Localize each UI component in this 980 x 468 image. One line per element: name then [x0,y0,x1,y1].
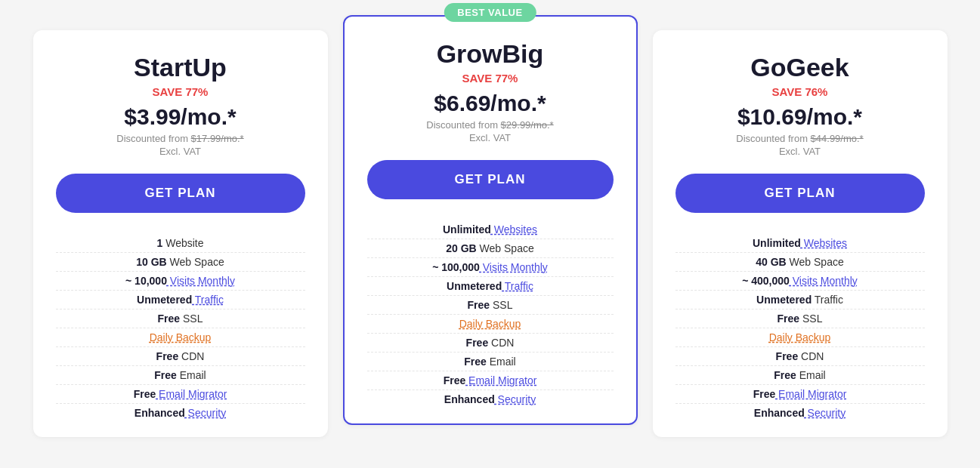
plan-vat-startup: Excl. VAT [56,146,305,157]
get-plan-button-growbig[interactable]: GET PLAN [367,160,614,199]
feature-item: Free CDN [367,334,614,353]
plan-original-startup: Discounted from $17.99/mo.* [56,133,305,144]
feature-item: 1 Website [56,234,305,253]
features-list-growbig: Unlimited Websites20 GB Web Space~ 100,0… [367,220,614,408]
get-plan-button-startup[interactable]: GET PLAN [56,174,305,213]
plan-card-gogeek: GoGeekSAVE 76%$10.69/mo.*Discounted from… [653,30,948,437]
feature-item: Free SSL [367,296,614,315]
feature-item: Unlimited Websites [675,234,925,253]
feature-item: Unlimited Websites [367,220,614,239]
feature-item: Free CDN [56,347,305,366]
feature-item: Free Email Migrator [56,385,305,404]
feature-item: Enhanced Security [367,390,614,408]
plan-name-growbig: GrowBig [367,39,614,69]
feature-item: Free CDN [675,347,925,366]
feature-item: Free SSL [675,309,925,328]
best-value-badge: BEST VALUE [444,3,536,22]
feature-item: Daily Backup [675,328,925,347]
feature-item: Free Email [675,366,925,385]
get-plan-button-gogeek[interactable]: GET PLAN [675,174,925,213]
feature-item: ~ 400,000 Visits Monthly [675,272,925,291]
feature-item: Daily Backup [56,328,305,347]
plan-vat-gogeek: Excl. VAT [675,146,925,157]
feature-item: Free Email Migrator [367,371,614,390]
plan-vat-growbig: Excl. VAT [367,132,614,143]
feature-item: Unmetered Traffic [56,291,305,309]
feature-item: Unmetered Traffic [675,291,925,309]
feature-item: Free SSL [56,309,305,328]
plan-price-growbig: $6.69/mo.* [367,91,614,116]
plan-name-gogeek: GoGeek [675,53,925,82]
features-list-gogeek: Unlimited Websites40 GB Web Space~ 400,0… [675,234,925,422]
plan-card-startup: StartUpSAVE 77%$3.99/mo.*Discounted from… [33,30,328,437]
plan-price-startup: $3.99/mo.* [56,104,305,130]
plan-card-growbig: BEST VALUEGrowBigSAVE 77%$6.69/mo.*Disco… [343,15,638,425]
feature-item: Enhanced Security [56,404,305,422]
plans-container: StartUpSAVE 77%$3.99/mo.*Discounted from… [8,15,972,445]
plan-name-startup: StartUp [56,53,305,82]
feature-item: Free Email [367,353,614,371]
feature-item: Unmetered Traffic [367,277,614,296]
feature-item: 40 GB Web Space [675,253,925,272]
feature-item: Enhanced Security [675,404,925,422]
features-list-startup: 1 Website10 GB Web Space~ 10,000 Visits … [56,234,305,422]
plan-original-growbig: Discounted from $29.99/mo.* [367,119,614,131]
plan-price-gogeek: $10.69/mo.* [675,104,925,130]
feature-item: ~ 100,000 Visits Monthly [367,258,614,277]
plan-save-startup: SAVE 77% [56,85,305,98]
plan-save-growbig: SAVE 77% [367,72,614,85]
feature-item: 20 GB Web Space [367,239,614,258]
plan-original-gogeek: Discounted from $44.99/mo.* [675,133,925,144]
feature-item: Free Email [56,366,305,385]
feature-item: Free Email Migrator [675,385,925,404]
feature-item: ~ 10,000 Visits Monthly [56,272,305,291]
plan-save-gogeek: SAVE 76% [675,85,925,98]
feature-item: 10 GB Web Space [56,253,305,272]
feature-item: Daily Backup [367,315,614,334]
